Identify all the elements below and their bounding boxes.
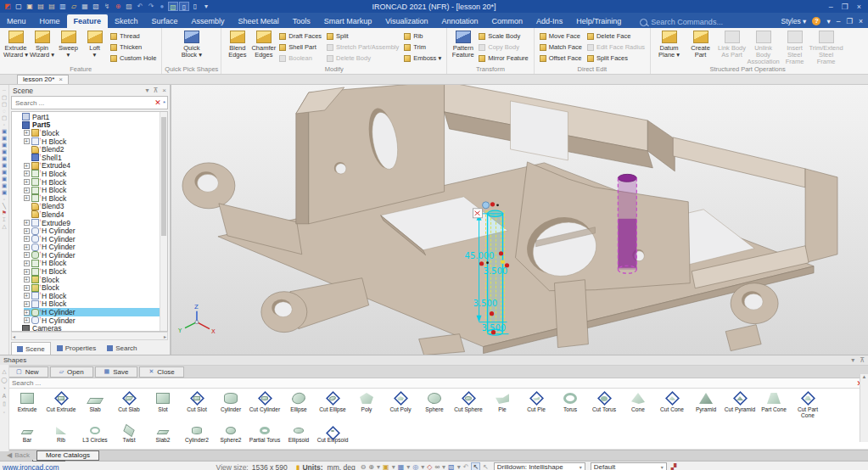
catalog-shape-item[interactable]: Cut Slab (112, 389, 146, 423)
tree-item[interactable]: H Block (24, 194, 167, 203)
ribbon-tab[interactable]: Common (485, 14, 530, 28)
ribbon-small-button[interactable]: Draft Faces (279, 31, 322, 42)
target-icon[interactable]: ◎ (412, 463, 418, 470)
glasses-icon[interactable]: ∞ (434, 463, 440, 470)
ribbon-tab[interactable]: Surface (145, 14, 185, 28)
ribbon-big-button[interactable]: Unlink BodyAssociation (748, 29, 779, 65)
tree-expander-icon[interactable] (24, 317, 30, 323)
tree-expander-icon[interactable] (24, 228, 30, 234)
redo-icon[interactable]: ↷ (146, 2, 156, 11)
tree-expander-icon[interactable] (24, 220, 30, 226)
help-dd-icon[interactable]: ▾ (826, 17, 830, 25)
tree-expander-icon[interactable] (24, 277, 30, 283)
catalog-shape-item[interactable]: Cut Ellipsoid (316, 423, 350, 449)
tree-expander-icon[interactable] (24, 252, 30, 258)
catalog-shape-item[interactable]: Cut Extrude (44, 389, 78, 423)
catalog-shape-item[interactable]: Cylinder (214, 389, 248, 423)
command-search[interactable]: Search Commands... (640, 18, 723, 26)
ribbon-tab[interactable]: Tools (286, 14, 317, 28)
doc-template-icon[interactable]: ▤ (36, 2, 46, 11)
tree-item[interactable]: H Cylinder (24, 308, 167, 316)
tool-icon[interactable]: ⌶ (3, 216, 6, 222)
ribbon-small-button[interactable]: Offset Face (540, 53, 582, 64)
ribbon-small-button[interactable]: Split Faces (587, 53, 645, 64)
save-icon[interactable]: ▦ (80, 2, 90, 11)
tree-item[interactable]: H Block (24, 186, 167, 194)
panel-dropdown-icon[interactable]: ▾ (145, 87, 148, 94)
catalog-shape-item[interactable]: Cut Pie (519, 389, 553, 423)
scene-search-input[interactable] (14, 98, 153, 108)
catalog-shape-item[interactable]: Cylinder2 (180, 423, 214, 449)
folder-icon[interactable]: ▱ (69, 2, 79, 11)
clear-search-icon[interactable]: ✕ (153, 98, 163, 107)
tree-item[interactable]: Block (24, 283, 167, 292)
catalog-shape-item[interactable]: Sphere (417, 389, 451, 423)
catalog-shape-item[interactable]: Cut Cylinder (248, 389, 282, 423)
tree-item[interactable]: Blend4 (24, 210, 167, 219)
tree-expander-icon[interactable] (24, 310, 30, 316)
restore-icon[interactable]: ❐ (842, 3, 848, 11)
ribbon-small-button[interactable]: Thread (110, 31, 156, 42)
drilldown-select[interactable]: Drilldown: Intellishape▾ (494, 462, 585, 470)
help-icon[interactable]: ? (812, 17, 820, 25)
catalog-shape-item[interactable]: Cut Cone (655, 389, 689, 423)
tree-item[interactable]: H Block (24, 300, 167, 309)
app-icon[interactable]: ◩ (3, 2, 13, 11)
tool-icon[interactable]: ▣ (2, 169, 7, 175)
zoom-out-icon[interactable]: ⊖ (361, 463, 367, 470)
catalog-shape-item[interactable]: Cut Poly (384, 389, 417, 423)
tree-item[interactable]: Blend3 (24, 203, 167, 211)
minimize-icon[interactable]: – (829, 3, 833, 11)
catalog-shape-item[interactable]: Partial Torus (248, 423, 282, 449)
save-as-icon[interactable]: ▧ (91, 2, 101, 11)
ribbon-tab[interactable]: Home (33, 14, 67, 28)
tool-icon[interactable]: ◦ (3, 196, 5, 202)
dimension-label[interactable]: 3.500 (473, 299, 498, 308)
tree-item[interactable]: H Block (24, 178, 167, 187)
catalog-shape-item[interactable]: Cone (621, 389, 655, 423)
ribbon-small-button[interactable]: Move Face (540, 31, 582, 42)
catalog-shape-item[interactable]: Cut Pyramid (723, 389, 757, 423)
styles-button[interactable]: Styles ▾ (781, 17, 807, 25)
dimension-label[interactable]: 45.000 (465, 251, 495, 260)
tree-item[interactable]: H Cylinder (24, 227, 167, 235)
ribbon-small-button[interactable]: Trim (404, 42, 441, 53)
tree-expander-icon[interactable] (24, 285, 30, 291)
ribbon-small-button[interactable]: Thicken (110, 42, 156, 53)
tree-expander-icon[interactable] (24, 130, 30, 136)
open-catalog-button[interactable]: ▱ Open (50, 366, 93, 378)
doc-template2-icon[interactable]: ▤ (47, 2, 57, 11)
panel2-toggle-icon[interactable]: ▯ (190, 2, 200, 11)
catalog-shape-item[interactable]: Cut Torus (587, 389, 621, 423)
style-preset-select[interactable]: Default▾ (591, 462, 667, 470)
tool-icon[interactable]: ▣ (2, 189, 7, 195)
catalog-pin-icon[interactable]: ⊼ (860, 356, 865, 364)
tool-icon[interactable]: ▣ (2, 148, 7, 154)
cube-view-icon[interactable]: ▧ (448, 463, 455, 470)
pin-icon[interactable]: ⊼ (153, 87, 158, 94)
tool-icon[interactable]: ▣ (2, 155, 7, 161)
print-icon[interactable]: ▨ (124, 2, 134, 11)
tool-icon[interactable]: ▣ (2, 182, 7, 188)
tool-icon[interactable]: ▢ (2, 115, 7, 120)
ribbon-tab[interactable]: Menu (0, 14, 33, 28)
tree-item[interactable]: H Block (24, 170, 167, 178)
catalog-dropdown-icon[interactable]: ▾ (851, 356, 854, 364)
ribbon-tab[interactable]: Add-Ins (529, 14, 569, 28)
tool-icon[interactable]: ┄ (3, 87, 6, 93)
camera-dd-icon[interactable]: ▾ (406, 463, 410, 470)
tree-item[interactable]: H Cylinder (24, 251, 167, 260)
catalog-shape-item[interactable]: Cut Ellipse (316, 389, 350, 423)
ribbon-tab[interactable]: Sheet Metal (232, 14, 286, 28)
ribbon-small-button[interactable]: Delete Body (327, 53, 399, 64)
close-catalog-button[interactable]: ✕ Close (139, 366, 183, 378)
tool-icon[interactable]: ╲ (3, 203, 6, 209)
dimension-label[interactable]: 3.500 (484, 266, 508, 276)
tree-expander-icon[interactable] (24, 293, 30, 299)
tree-vertical-scrollbar[interactable] (160, 112, 167, 331)
catalog-shape-item[interactable]: Twist (112, 423, 146, 449)
ribbon-small-button[interactable]: Delete Face (587, 31, 645, 42)
catalog-shape-item[interactable]: Slab2 (146, 423, 180, 449)
ribbon-small-button[interactable]: Copy Body (479, 42, 529, 53)
document-close-icon[interactable]: × (59, 76, 63, 83)
